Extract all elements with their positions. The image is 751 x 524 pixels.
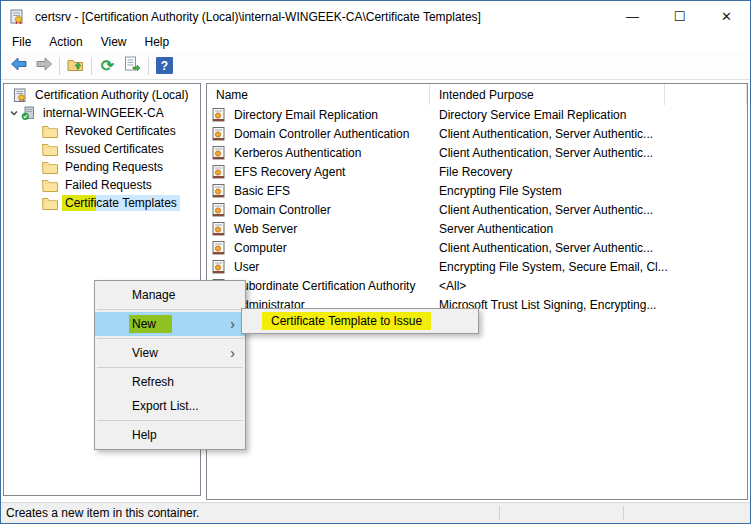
close-button[interactable]: ✕ <box>703 1 750 32</box>
tree-item-failed-requests[interactable]: Failed Requests <box>4 176 200 194</box>
menu-help[interactable]: Help <box>136 34 179 50</box>
template-name: Domain Controller <box>234 203 331 217</box>
help-button[interactable]: ? <box>152 55 177 77</box>
forward-button[interactable] <box>31 55 56 77</box>
table-row[interactable]: Basic EFS Encrypting File System <box>207 181 747 200</box>
tree-item-pending-requests[interactable]: Pending Requests <box>4 158 200 176</box>
toolbar-separator <box>91 57 92 75</box>
menu-separator <box>97 367 243 368</box>
back-button[interactable] <box>6 55 31 77</box>
yellow-marker-highlight: New <box>129 315 172 333</box>
tree-item-label: Certification Authority (Local) <box>32 87 191 103</box>
table-row[interactable]: User Encrypting File System, Secure Emai… <box>207 257 747 276</box>
menu-item-view[interactable]: View › <box>95 341 245 365</box>
tree-item-internal-wingeek-ca[interactable]: internal-WINGEEK-CA <box>4 104 200 122</box>
certificate-template-icon <box>212 184 225 198</box>
menu-item-label: Help <box>132 428 157 442</box>
refresh-button[interactable]: ⟳ <box>95 55 120 77</box>
tree-item-certificate-templates[interactable]: Certificate Templates <box>4 194 200 212</box>
menu-file[interactable]: File <box>3 34 40 50</box>
table-row[interactable]: Directory Email Replication Directory Se… <box>207 105 747 124</box>
menu-item-label: Export List... <box>132 399 199 413</box>
forward-arrow-icon <box>35 57 53 74</box>
templates-list-pane: Name Intended Purpose Directory Email Re… <box>206 83 748 500</box>
yellow-marker-highlight: Certificate Template to Issue <box>262 312 431 330</box>
menu-item-help[interactable]: Help <box>95 423 245 447</box>
template-purpose: Encrypting File System, Secure Email, Cl… <box>430 260 747 274</box>
submenu-certificate-template-to-issue[interactable]: Certificate Template to Issue <box>241 308 479 334</box>
tree-item-certification-authority[interactable]: Certification Authority (Local) <box>4 86 200 104</box>
column-header-intended-purpose[interactable]: Intended Purpose <box>430 84 665 105</box>
chevron-down-icon[interactable] <box>7 108 21 118</box>
tree-item-label: Failed Requests <box>62 177 155 193</box>
tree-item-label: internal-WINGEEK-CA <box>40 105 167 121</box>
show-console-tree-button[interactable] <box>63 55 88 77</box>
template-purpose: Client Authentication, Server Authentic.… <box>430 127 747 141</box>
menu-item-new[interactable]: New › <box>95 312 245 336</box>
folder-icon <box>42 179 58 192</box>
tree-item-label-selected: Certificate Templates <box>62 195 180 211</box>
app-icon <box>9 9 25 25</box>
refresh-icon: ⟳ <box>101 58 114 74</box>
menu-item-export-list[interactable]: Export List... <box>95 394 245 418</box>
certificate-template-icon <box>212 165 225 179</box>
menu-item-label: View <box>132 346 158 360</box>
folder-up-arrow-icon <box>67 57 84 75</box>
window-controls: — ☐ ✕ <box>609 1 750 32</box>
folder-icon <box>42 143 58 156</box>
template-purpose: Client Authentication, Server Authentic.… <box>430 241 747 255</box>
menu-item-label: Manage <box>132 288 175 302</box>
table-row[interactable]: Subordinate Certification Authority <All… <box>207 276 747 295</box>
window-title: certsrv - [Certification Authority (Loca… <box>35 10 481 24</box>
export-list-button[interactable] <box>120 55 145 77</box>
submenu-arrow-icon: › <box>230 346 235 360</box>
tree-item-revoked-certificates[interactable]: Revoked Certificates <box>4 122 200 140</box>
certificate-template-icon <box>212 203 225 217</box>
context-menu: Manage New › View › Refresh Export List.… <box>94 280 246 450</box>
menu-item-refresh[interactable]: Refresh <box>95 370 245 394</box>
column-header-name[interactable]: Name <box>207 84 430 105</box>
menu-item-label: Refresh <box>132 375 174 389</box>
menu-item-manage[interactable]: Manage <box>95 283 245 307</box>
table-row[interactable]: Computer Client Authentication, Server A… <box>207 238 747 257</box>
certificate-template-icon <box>212 127 225 141</box>
table-row[interactable]: Domain Controller Authentication Client … <box>207 124 747 143</box>
menu-separator <box>97 420 243 421</box>
status-separator <box>623 506 624 520</box>
template-name: Subordinate Certification Authority <box>234 279 415 293</box>
table-row[interactable]: Web Server Server Authentication <box>207 219 747 238</box>
template-name: Domain Controller Authentication <box>234 127 409 141</box>
tree-item-issued-certificates[interactable]: Issued Certificates <box>4 140 200 158</box>
maximize-button[interactable]: ☐ <box>656 1 703 32</box>
menu-bar: File Action View Help <box>1 32 750 52</box>
template-name: User <box>234 260 259 274</box>
certsrv-window: certsrv - [Certification Authority (Loca… <box>0 0 751 524</box>
template-name: Kerberos Authentication <box>234 146 361 160</box>
menu-action[interactable]: Action <box>40 34 91 50</box>
template-name: Web Server <box>234 222 297 236</box>
tree-item-label: Revoked Certificates <box>62 123 179 139</box>
template-purpose: Directory Service Email Replication <box>430 108 747 122</box>
folder-icon <box>42 125 58 138</box>
status-text: Creates a new item in this container. <box>6 506 199 520</box>
tree-item-label: Issued Certificates <box>62 141 167 157</box>
tree-item-label-rest: cate Templates <box>96 196 177 210</box>
menu-view[interactable]: View <box>92 34 136 50</box>
table-row[interactable]: Kerberos Authentication Client Authentic… <box>207 143 747 162</box>
menu-separator <box>97 309 243 310</box>
certification-authority-icon <box>13 88 28 103</box>
column-header-blank <box>665 84 747 105</box>
certificate-template-icon <box>212 222 225 236</box>
minimize-button[interactable]: — <box>609 1 656 32</box>
tree-item-label: Pending Requests <box>62 159 166 175</box>
table-row[interactable]: Domain Controller Client Authentication,… <box>207 200 747 219</box>
template-purpose: File Recovery <box>430 165 747 179</box>
template-purpose: Client Authentication, Server Authentic.… <box>430 146 747 160</box>
table-row[interactable]: EFS Recovery Agent File Recovery <box>207 162 747 181</box>
template-purpose: Client Authentication, Server Authentic.… <box>430 203 747 217</box>
title-bar: certsrv - [Certification Authority (Loca… <box>1 1 750 32</box>
certificate-template-icon <box>212 260 225 274</box>
console-content: Certification Authority (Local) <box>1 80 750 502</box>
template-name: Basic EFS <box>234 184 290 198</box>
list-header: Name Intended Purpose <box>207 84 747 105</box>
